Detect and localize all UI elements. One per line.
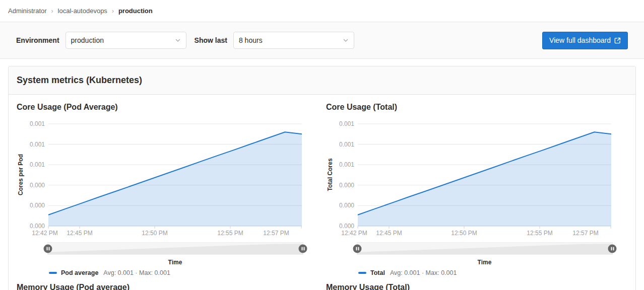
slider-left-handle-icon[interactable] <box>353 244 362 253</box>
chart-title-memory-total: Memory Usage (Total) <box>326 283 627 290</box>
chart-title: Core Usage (Pod Average) <box>17 103 318 112</box>
metrics-card-body: Core Usage (Pod Average) Cores per Pod 0… <box>9 95 635 290</box>
section-title: System metrics (Kubernetes) <box>17 75 627 86</box>
core-usage-pod-average-chart[interactable] <box>48 119 302 230</box>
external-link-icon <box>614 37 621 44</box>
show-last-dropdown-value: 8 hours <box>239 36 263 44</box>
y-axis-title: Total Cores <box>327 139 334 210</box>
breadcrumb-item-administrator[interactable]: Administrator <box>8 7 47 15</box>
chevron-down-icon <box>175 37 181 43</box>
chart-title: Core Usage (Total) <box>326 103 627 112</box>
breadcrumb-item-current: production <box>118 7 153 15</box>
y-tick-label: 0.001 <box>326 120 354 127</box>
x-tick-label: 12:45 PM <box>376 230 402 237</box>
metrics-card: System metrics (Kubernetes) Core Usage (… <box>8 66 636 290</box>
chevron-right-icon: › <box>51 8 53 15</box>
chart-title-memory-pod-average: Memory Usage (Pod average) <box>17 283 318 290</box>
legend-swatch <box>49 272 57 274</box>
x-tick-label: 12:50 PM <box>451 230 477 237</box>
legend-series-name: Pod average <box>61 269 98 276</box>
x-tick-label: 12:55 PM <box>217 230 243 237</box>
x-axis-title: Time <box>48 259 302 266</box>
show-last-dropdown[interactable]: 8 hours <box>233 32 354 49</box>
y-tick-label: 0.000 <box>326 223 354 230</box>
slider-right-handle-icon[interactable] <box>299 244 307 253</box>
time-range-slider[interactable] <box>357 242 613 255</box>
show-last-label: Show last <box>195 36 227 44</box>
x-tick-label: 12:50 PM <box>142 230 167 237</box>
slider-right-handle-icon[interactable] <box>608 244 617 253</box>
slider-data-shadow <box>48 243 303 254</box>
environment-dropdown[interactable]: production <box>66 32 186 49</box>
y-tick-label: 0.001 <box>326 141 354 148</box>
chevron-down-icon <box>343 37 349 43</box>
breadcrumb: Administrator › local-autodevops › produ… <box>0 0 644 22</box>
chart-legend: Total Avg: 0.001 · Max: 0.001 <box>358 269 457 276</box>
chart-legend: Pod average Avg: 0.001 · Max: 0.001 <box>49 269 170 276</box>
environment-dropdown-value: production <box>71 36 104 44</box>
chart-panel-core-usage-pod-average: Core Usage (Pod Average) Cores per Pod 0… <box>17 103 318 277</box>
y-tick-label: 0.001 <box>17 141 45 148</box>
x-tick-label: 12:57 PM <box>572 230 598 237</box>
y-axis-title: Cores per Pod <box>17 139 24 210</box>
environment-label: Environment <box>16 36 59 44</box>
x-tick-label: 12:45 PM <box>67 230 92 237</box>
view-full-dashboard-label: View full dashboard <box>549 36 611 44</box>
y-tick-label: 0.001 <box>17 161 45 168</box>
y-tick-label: 0.000 <box>17 223 45 230</box>
legend-series-name: Total <box>370 269 385 276</box>
y-tick-label: 0.000 <box>17 202 45 209</box>
x-tick-label: 12:42 PM <box>341 230 367 237</box>
metrics-card-header: System metrics (Kubernetes) <box>9 66 635 95</box>
slider-left-handle-icon[interactable] <box>44 244 52 253</box>
y-tick-label: 0.000 <box>326 202 354 209</box>
breadcrumb-item-project[interactable]: local-autodevops <box>58 7 107 15</box>
y-tick-label: 0.001 <box>17 120 45 127</box>
legend-swatch <box>358 272 366 274</box>
legend-series-stats: Avg: 0.001 · Max: 0.001 <box>390 269 457 276</box>
y-tick-label: 0.000 <box>17 182 45 189</box>
legend-series-stats: Avg: 0.001 · Max: 0.001 <box>103 269 170 276</box>
x-tick-label: 12:55 PM <box>527 230 552 237</box>
x-tick-label: 12:57 PM <box>263 230 289 237</box>
slider-data-shadow <box>357 243 612 254</box>
chart-panel-core-usage-total: Core Usage (Total) Total Cores 0.001 0.0… <box>326 103 627 277</box>
chevron-right-icon: › <box>112 8 114 15</box>
time-range-slider[interactable] <box>47 242 303 255</box>
x-axis-title: Time <box>358 259 611 266</box>
y-tick-label: 0.000 <box>326 182 354 189</box>
core-usage-total-chart[interactable] <box>358 119 611 230</box>
metrics-filter-bar: Environment production Show last 8 hours… <box>0 22 644 59</box>
x-axis: 12:42 PM 12:45 PM 12:50 PM 12:55 PM 12:5… <box>358 230 611 237</box>
y-tick-label: 0.001 <box>326 161 354 168</box>
x-tick-label: 12:42 PM <box>32 230 57 237</box>
view-full-dashboard-button[interactable]: View full dashboard <box>542 32 628 49</box>
x-axis: 12:42 PM 12:45 PM 12:50 PM 12:55 PM 12:5… <box>48 230 302 237</box>
